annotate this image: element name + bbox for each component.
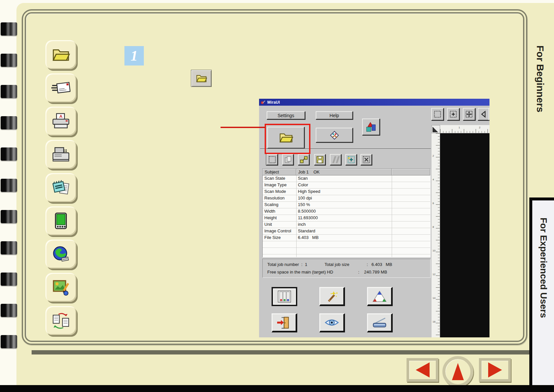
- sidebar-item-notepad[interactable]: [45, 173, 76, 202]
- preview-button[interactable]: [319, 313, 345, 332]
- table-header-job1[interactable]: Job 1 OK: [296, 169, 392, 175]
- toolbar-add-frame-button[interactable]: [345, 154, 357, 165]
- add-frame-icon: [347, 155, 356, 164]
- row-value: Color: [296, 182, 392, 188]
- table-row[interactable]: Width 8.500000: [263, 208, 430, 215]
- color-adjust-button[interactable]: [367, 287, 393, 306]
- sidebar-item-file-transfer[interactable]: [45, 306, 76, 335]
- total-job-size-value: : 6.403 MB: [367, 262, 392, 267]
- binding-clip: [1, 116, 17, 129]
- frame-select-icon: [433, 109, 442, 119]
- magic-wand-button[interactable]: [319, 287, 345, 306]
- total-job-number: Total job number : 1: [267, 262, 307, 267]
- color-triangle-icon: [372, 290, 387, 303]
- v-ruler-label: 10: [433, 249, 435, 252]
- scan-to-icon: [328, 129, 341, 142]
- binding-clip: [1, 335, 17, 348]
- previous-page-arrow-icon: [416, 362, 430, 378]
- window-titlebar[interactable]: MiraUI: [259, 99, 489, 106]
- free-space-label: Free space in the main (target) HD: [267, 270, 333, 274]
- sidebar-item-pda[interactable]: [45, 206, 76, 235]
- toolbar-save-job-button[interactable]: [314, 154, 326, 165]
- sidebar-item-image-editor[interactable]: [45, 273, 76, 302]
- save-job-icon: [315, 155, 325, 164]
- free-space-value: 240.789 MB: [364, 270, 387, 274]
- folder-button[interactable]: [267, 127, 304, 148]
- link-jobs-icon: [299, 155, 308, 164]
- scan-to-button[interactable]: [316, 128, 353, 143]
- binding-clip: [1, 54, 17, 67]
- web-globe-icon: [51, 246, 70, 263]
- callout-line: [221, 127, 265, 128]
- toolbar-link-jobs-button[interactable]: [298, 154, 309, 165]
- toolbar-delete-frame-button[interactable]: [360, 154, 372, 165]
- table-header-subject[interactable]: Subject: [263, 169, 296, 175]
- sidebar-item-email[interactable]: [45, 73, 76, 102]
- table-row[interactable]: Height 11.693000: [263, 215, 430, 222]
- nav-next-button[interactable]: [479, 358, 511, 382]
- row-label: Scaling: [263, 202, 296, 208]
- sidebar-item-fax[interactable]: [45, 140, 76, 169]
- frame-pan-button[interactable]: [463, 108, 475, 120]
- page-right-button[interactable]: [488, 108, 489, 120]
- table-row[interactable]: Resolution 100 dpi: [263, 195, 430, 202]
- help-button[interactable]: Help: [316, 111, 353, 119]
- frame-zoom-icon: [448, 109, 458, 119]
- sidebar-item-print[interactable]: A: [45, 107, 76, 136]
- scan-preview-area[interactable]: [440, 133, 489, 337]
- home-up-arrow-icon: [452, 363, 464, 380]
- row-value: inch: [296, 222, 392, 228]
- row-value: 11.693000: [296, 215, 392, 221]
- next-page-arrow-icon: [488, 362, 502, 378]
- vertical-ruler: 2 4 6 8 10 12 14 16: [432, 133, 440, 337]
- image-editor-icon: [51, 279, 70, 296]
- page-bottom-bar: [0, 385, 554, 392]
- application-button[interactable]: [362, 118, 380, 135]
- table-row[interactable]: Scan State Scan: [263, 175, 430, 182]
- table-row[interactable]: Scan Mode High Speed: [263, 189, 430, 195]
- row-label: Unit: [263, 222, 296, 228]
- h-ruler-label: 1: [459, 126, 460, 129]
- nav-home-button[interactable]: [442, 356, 473, 387]
- v-ruler-label: 4: [433, 178, 434, 181]
- row-label: Resolution: [263, 195, 296, 201]
- binding-clip: [1, 147, 17, 161]
- ruler-unit-corner[interactable]: [432, 125, 440, 133]
- levels-button[interactable]: [272, 287, 297, 306]
- toolbar-select-frame-button[interactable]: [266, 154, 278, 165]
- nav-previous-button[interactable]: [407, 358, 438, 382]
- binding-clip: [1, 85, 17, 98]
- row-value: 150 %: [296, 202, 392, 208]
- levels-icon: [277, 290, 292, 303]
- sidebar-item-folder[interactable]: [45, 40, 76, 69]
- scan-button[interactable]: [367, 313, 393, 332]
- exit-button[interactable]: [272, 313, 297, 332]
- table-row[interactable]: Image Control Standard: [263, 228, 430, 235]
- manual-page: A: [0, 0, 554, 392]
- row-label: Scan Mode: [263, 189, 296, 195]
- table-header-empty[interactable]: [392, 169, 430, 175]
- table-row[interactable]: File Size 6.403 MB: [263, 235, 430, 241]
- folder-icon: [278, 131, 294, 144]
- table-row[interactable]: Scaling 150 %: [263, 202, 430, 208]
- duplicate-job-icon: [283, 155, 293, 164]
- frame-select-button[interactable]: [431, 108, 444, 120]
- tab-for-beginners-label: For Beginners: [535, 45, 546, 112]
- settings-button[interactable]: Settings: [267, 111, 305, 119]
- sidebar-item-web[interactable]: [45, 240, 76, 269]
- tab-for-experienced-users[interactable]: For Experienced Users: [529, 197, 554, 392]
- execute-icon: [331, 155, 340, 164]
- toolbar-execute-button[interactable]: [330, 154, 341, 165]
- v-ruler-label: 8: [433, 225, 434, 228]
- open-folder-icon: [51, 46, 70, 63]
- total-job-size-label: Total job size: [325, 262, 349, 267]
- table-row[interactable]: Unit inch: [263, 222, 430, 228]
- frame-zoom-button[interactable]: [447, 108, 460, 120]
- toolbar-duplicate-job-button[interactable]: [282, 154, 294, 165]
- row-value: High Speed: [296, 189, 392, 195]
- step-number: 1: [131, 47, 138, 64]
- row-label: File Size: [263, 235, 296, 241]
- page-left-button[interactable]: [478, 108, 489, 120]
- tab-for-beginners[interactable]: For Beginners: [532, 45, 548, 154]
- table-row[interactable]: Image Type Color: [263, 182, 430, 189]
